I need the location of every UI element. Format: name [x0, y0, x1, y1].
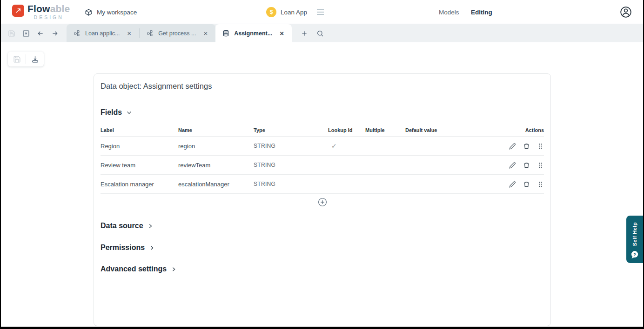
data-object-editor: Data object: Assignment settings Fields …	[94, 73, 551, 326]
workspace-label: My workspace	[97, 9, 137, 16]
advanced-settings-heading: Advanced settings	[101, 265, 167, 273]
col-label: Label	[101, 127, 178, 133]
edit-field-icon[interactable]	[509, 180, 516, 188]
add-field-button[interactable]	[318, 197, 327, 207]
tab-assignment-settings[interactable]: Assignment... ×	[215, 24, 292, 42]
lookup-check-icon: ✓	[328, 142, 365, 150]
fields-section-toggle[interactable]: Fields	[101, 108, 544, 117]
delete-field-icon[interactable]	[523, 142, 530, 150]
drag-handle-icon[interactable]	[537, 161, 544, 169]
flowable-logo[interactable]: Flowable DESIGN	[12, 4, 70, 20]
cell-label: Escalation manager	[101, 181, 178, 188]
col-actions: Actions	[501, 127, 544, 133]
cell-type: STRING	[254, 181, 328, 187]
self-help-tab[interactable]: Self Help ?	[626, 216, 643, 263]
logo-flow: Flow	[27, 3, 50, 14]
table-row: Region region STRING ✓	[101, 136, 544, 155]
data-source-section-toggle[interactable]: Data source	[101, 222, 544, 230]
chevron-right-icon	[149, 245, 155, 251]
tab-label: Assignment...	[234, 30, 272, 37]
edit-field-icon[interactable]	[509, 161, 516, 169]
app-menu-icon[interactable]	[315, 7, 326, 17]
chevron-right-icon	[171, 266, 177, 272]
process-icon	[74, 30, 80, 37]
window-frame: Flowable DESIGN My workspace $ Loan App …	[0, 0, 644, 329]
fields-table: Label Name Type Lookup Id Multiple Defau…	[101, 124, 544, 210]
cell-label: Review team	[101, 162, 178, 169]
permissions-heading: Permissions	[101, 243, 145, 252]
permissions-section-toggle[interactable]: Permissions	[101, 243, 544, 252]
tab-loan-application[interactable]: Loan applic... ×	[67, 24, 139, 42]
tab-label: Get process ...	[158, 30, 196, 37]
data-source-heading: Data source	[101, 222, 143, 230]
drag-handle-icon[interactable]	[537, 142, 544, 150]
workspace-switcher[interactable]: My workspace	[85, 0, 137, 24]
page-title: Data object: Assignment settings	[101, 82, 544, 91]
deploy-icon[interactable]	[31, 55, 39, 63]
drag-handle-icon[interactable]	[537, 180, 544, 188]
delete-field-icon[interactable]	[523, 161, 530, 169]
close-all-tabs-icon[interactable]	[22, 29, 30, 38]
process-icon	[147, 30, 154, 37]
svg-text:?: ?	[633, 252, 636, 257]
back-arrow-icon[interactable]	[36, 29, 45, 38]
col-default-value: Default value	[405, 127, 501, 133]
logo-design-label: DESIGN	[27, 14, 70, 20]
flowable-logo-icon	[12, 5, 24, 17]
delete-field-icon[interactable]	[523, 180, 530, 188]
edit-field-icon[interactable]	[509, 142, 516, 150]
model-toolbar	[8, 52, 44, 66]
cube-icon	[85, 8, 93, 16]
close-tab-icon[interactable]: ×	[126, 29, 132, 37]
chevron-down-icon	[126, 110, 132, 116]
tab-label: Loan applic...	[85, 30, 120, 37]
app-label: Loan App	[281, 9, 307, 16]
cell-name: region	[178, 143, 254, 150]
user-avatar-icon	[620, 6, 632, 18]
help-bubble-icon: ?	[630, 250, 639, 259]
col-multiple: Multiple	[365, 127, 405, 133]
logo-wordmark: Flowable	[27, 4, 70, 14]
table-row: Review team reviewTeam STRING	[101, 155, 544, 174]
app-badge-icon: $	[266, 7, 276, 17]
col-name: Name	[178, 127, 254, 133]
cell-label: Region	[101, 143, 178, 150]
app-header: Flowable DESIGN My workspace $ Loan App …	[1, 0, 643, 24]
save-model-icon	[13, 55, 21, 63]
data-object-icon	[222, 30, 229, 37]
nav-editing[interactable]: Editing	[471, 0, 492, 24]
cell-type: STRING	[254, 162, 328, 168]
cell-name: escalationManager	[178, 181, 254, 188]
chevron-right-icon	[148, 223, 154, 229]
save-tab-icon	[7, 29, 16, 38]
col-type: Type	[254, 127, 328, 133]
search-icon[interactable]	[316, 29, 324, 38]
cell-type: STRING	[254, 143, 328, 149]
forward-arrow-icon[interactable]	[51, 29, 59, 38]
tab-bar: Loan applic... × Get process ... × Assig…	[1, 24, 643, 42]
close-tab-icon[interactable]: ×	[279, 29, 285, 37]
app-switcher[interactable]: $ Loan App	[266, 0, 326, 24]
advanced-settings-section-toggle[interactable]: Advanced settings	[101, 265, 544, 273]
table-row: Escalation manager escalationManager STR…	[101, 174, 544, 193]
table-header-row: Label Name Type Lookup Id Multiple Defau…	[101, 124, 544, 136]
cell-name: reviewTeam	[178, 162, 254, 169]
tab-get-process[interactable]: Get process ... ×	[140, 24, 215, 42]
col-lookup-id: Lookup Id	[328, 127, 365, 133]
nav-models[interactable]: Models	[439, 0, 459, 24]
logo-able: able	[50, 3, 70, 14]
new-tab-icon[interactable]	[300, 29, 309, 38]
fields-heading: Fields	[101, 108, 122, 117]
user-avatar[interactable]	[620, 0, 632, 24]
self-help-label: Self Help	[632, 222, 637, 246]
plus-circle-icon	[318, 197, 327, 207]
close-tab-icon[interactable]: ×	[202, 29, 208, 37]
